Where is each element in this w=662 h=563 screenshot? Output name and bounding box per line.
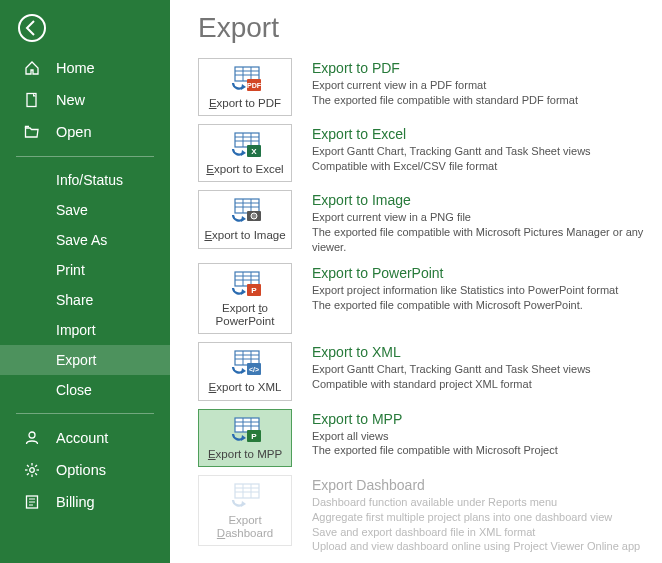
tile-label: Export to MPP xyxy=(208,448,282,461)
export-desc: Export to ExcelExport Gantt Chart, Track… xyxy=(312,124,648,174)
tile-label: Export to PDF xyxy=(209,97,281,110)
export-xml-icon: </> xyxy=(225,349,265,379)
desc-title: Export to PDF xyxy=(312,60,648,76)
sidebar-item-open[interactable]: Open xyxy=(0,116,170,148)
desc-line: The exported file compatible with Micros… xyxy=(312,443,648,458)
desc-line: Save and export dashboard file in XML fo… xyxy=(312,525,648,540)
svg-text:P: P xyxy=(251,286,257,295)
sidebar-item-label: Open xyxy=(56,124,91,140)
desc-line: Aggregate first multiple project plans i… xyxy=(312,510,648,525)
sidebar-item-export[interactable]: Export xyxy=(0,345,170,375)
sidebar-item-options[interactable]: Options xyxy=(0,454,170,486)
sidebar-item-label: Home xyxy=(56,60,95,76)
export-row: Export to ImageExport to ImageExport cur… xyxy=(198,190,648,255)
export-desc: Export to MPPExport all viewsThe exporte… xyxy=(312,409,648,459)
sidebar-item-label: Close xyxy=(56,382,92,398)
svg-text:</>: </> xyxy=(249,366,259,373)
svg-rect-51 xyxy=(235,418,259,432)
export-row: PExport to PowerPointExport to PowerPoin… xyxy=(198,263,648,334)
desc-title: Export to MPP xyxy=(312,411,648,427)
desc-line: Export current view in a PNG file xyxy=(312,210,648,225)
sidebar-item-billing[interactable]: Billing xyxy=(0,486,170,518)
svg-rect-23 xyxy=(235,133,259,147)
svg-rect-30 xyxy=(235,199,259,213)
sidebar-item-print[interactable]: Print xyxy=(0,255,170,285)
back-button[interactable] xyxy=(16,12,48,44)
export-tile-export-to-powerpoint[interactable]: PExport to PowerPoint xyxy=(198,263,292,334)
export-mpp-icon: P xyxy=(225,416,265,446)
svg-line-9 xyxy=(35,473,37,475)
options-icon xyxy=(22,462,42,478)
sidebar-item-label: Share xyxy=(56,292,93,308)
desc-line: Export Gantt Chart, Tracking Gantt and T… xyxy=(312,144,648,159)
sidebar-item-share[interactable]: Share xyxy=(0,285,170,315)
sidebar-item-home[interactable]: Home xyxy=(0,52,170,84)
desc-title: Export to Excel xyxy=(312,126,648,142)
desc-line: The exported file compatible with Micros… xyxy=(312,298,648,313)
export-desc: Export to PDFExport current view in a PD… xyxy=(312,58,648,108)
desc-line: Export current view in a PDF format xyxy=(312,78,648,93)
sidebar-item-label: Print xyxy=(56,262,85,278)
desc-line: Compatible with standard project XML for… xyxy=(312,377,648,392)
export-tile-export-to-xml[interactable]: </>Export to XML xyxy=(198,342,292,400)
desc-line: Export Gantt Chart, Tracking Gantt and T… xyxy=(312,362,648,377)
svg-text:P: P xyxy=(251,432,257,441)
desc-title: Export to Image xyxy=(312,192,648,208)
export-tile-export-to-image[interactable]: Export to Image xyxy=(198,190,292,248)
export-tile-export-to-pdf[interactable]: PDFExport to PDF xyxy=(198,58,292,116)
export-ppt-icon: P xyxy=(225,270,265,300)
export-desc: Export to XMLExport Gantt Chart, Trackin… xyxy=(312,342,648,392)
svg-rect-37 xyxy=(235,272,259,286)
sidebar-item-label: Save As xyxy=(56,232,107,248)
export-row: PExport to MPPExport to MPPExport all vi… xyxy=(198,409,648,467)
sidebar-item-save-as[interactable]: Save As xyxy=(0,225,170,255)
export-image-icon xyxy=(225,197,265,227)
export-tile-export-dashboard: Export Dashboard xyxy=(198,475,292,546)
sidebar-divider xyxy=(16,156,154,157)
export-row: XExport to ExcelExport to ExcelExport Ga… xyxy=(198,124,648,182)
export-dashboard-icon xyxy=(225,482,265,512)
svg-line-10 xyxy=(27,473,29,475)
tile-label: Export to Image xyxy=(204,229,285,242)
export-tile-export-to-mpp[interactable]: PExport to MPP xyxy=(198,409,292,467)
svg-text:X: X xyxy=(251,147,257,156)
desc-line: The exported file compatible with Micros… xyxy=(312,225,648,255)
sidebar-item-label: Billing xyxy=(56,494,95,510)
open-icon xyxy=(22,124,42,140)
billing-icon xyxy=(22,494,42,510)
export-tile-export-to-excel[interactable]: XExport to Excel xyxy=(198,124,292,182)
tile-label: Export to XML xyxy=(209,381,282,394)
svg-point-0 xyxy=(19,15,45,41)
svg-rect-58 xyxy=(235,484,259,498)
svg-rect-16 xyxy=(235,67,259,81)
desc-line: The exported file compatible with standa… xyxy=(312,93,648,108)
home-icon xyxy=(22,60,42,76)
svg-text:PDF: PDF xyxy=(247,82,262,89)
desc-title: Export Dashboard xyxy=(312,477,648,493)
desc-line: Export project information like Statisti… xyxy=(312,283,648,298)
sidebar-item-new[interactable]: New xyxy=(0,84,170,116)
sidebar-item-label: New xyxy=(56,92,85,108)
back-arrow-icon xyxy=(17,13,47,43)
page-title: Export xyxy=(198,12,648,44)
account-icon xyxy=(22,430,42,446)
sidebar: HomeNewOpen Info/StatusSaveSave AsPrintS… xyxy=(0,0,170,563)
sidebar-item-label: Save xyxy=(56,202,88,218)
sidebar-item-close[interactable]: Close xyxy=(0,375,170,405)
export-row: Export DashboardExport DashboardDashboar… xyxy=(198,475,648,554)
export-pdf-icon: PDF xyxy=(225,65,265,95)
export-desc: Export to PowerPointExport project infor… xyxy=(312,263,648,313)
export-row: </>Export to XMLExport to XMLExport Gant… xyxy=(198,342,648,400)
sidebar-item-save[interactable]: Save xyxy=(0,195,170,225)
sidebar-item-info-status[interactable]: Info/Status xyxy=(0,165,170,195)
svg-point-3 xyxy=(30,468,35,473)
svg-point-2 xyxy=(29,432,35,438)
export-excel-icon: X xyxy=(225,131,265,161)
sidebar-item-label: Info/Status xyxy=(56,172,123,188)
sidebar-item-import[interactable]: Import xyxy=(0,315,170,345)
sidebar-item-label: Import xyxy=(56,322,96,338)
sidebar-item-label: Export xyxy=(56,352,96,368)
svg-line-11 xyxy=(35,465,37,467)
sidebar-item-account[interactable]: Account xyxy=(0,422,170,454)
desc-line: Compatible with Excel/CSV file format xyxy=(312,159,648,174)
